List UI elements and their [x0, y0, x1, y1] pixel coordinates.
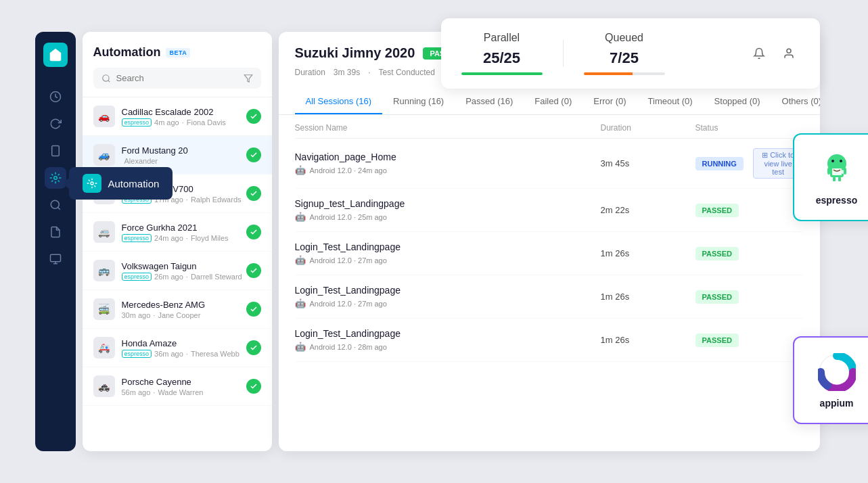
session-device: Android 12.0 · 27m ago [310, 256, 387, 264]
parallel-stat: Parallel 25/25 [461, 32, 543, 75]
status-badge: PASSED [695, 204, 739, 217]
device-avatar: 🚑 [93, 337, 115, 359]
device-tag: espresso [122, 234, 152, 242]
espresso-icon [817, 149, 857, 189]
device-avatar: 🚌 [93, 260, 115, 281]
meta-dot: · [186, 273, 188, 281]
session-cell: Login_Test_Landingpage 🤖 Android 12.0 · … [295, 285, 601, 308]
device-meta: espresso 4m ago · Fiona Davis [122, 118, 246, 127]
status-badge: PASSED [695, 290, 739, 304]
device-meta: espresso 36m ago · Theresa Webb [122, 350, 246, 358]
session-meta: 🤖 Android 12.0 · 27m ago [295, 255, 601, 265]
tab-stopped--0-[interactable]: Stopped (0) [704, 89, 771, 114]
search-input[interactable] [116, 73, 238, 83]
table-row[interactable]: Login_Test_Landingpage 🤖 Android 12.0 · … [295, 232, 804, 275]
notification-icon[interactable] [748, 43, 770, 64]
table-row[interactable]: Login_Test_Landingpage 🤖 Android 12.0 · … [295, 275, 804, 319]
user-icon[interactable] [778, 43, 800, 64]
device-name: Honda Amaze [122, 338, 246, 348]
device-name: Ford Mustang 20 [122, 145, 246, 156]
sidebar-item-inspect[interactable] [45, 194, 66, 216]
device-user: Alexander [124, 157, 158, 165]
device-time: 26m ago [154, 273, 183, 281]
sessions-tabs: All Sessions (16)Running (16)Passed (16)… [279, 89, 820, 115]
sidebar-item-history[interactable] [45, 113, 66, 135]
col-session: Session Name [295, 123, 601, 133]
tab-failed--0-[interactable]: Failed (0) [524, 89, 583, 114]
android-icon: 🤖 [295, 212, 306, 222]
table-row[interactable]: Login_Test_Landingpage 🤖 Android 12.0 · … [295, 319, 804, 362]
device-user: Ralph Edwards [191, 196, 242, 204]
sidebar-item-docs[interactable] [45, 221, 66, 243]
sidebar-item-automation[interactable] [45, 167, 66, 189]
sidebar-item-devices[interactable] [45, 140, 66, 162]
status-cell: PASSED [695, 247, 804, 260]
search-bar [93, 68, 261, 89]
session-duration: 3m 45s [601, 158, 695, 168]
status-check-icon [246, 302, 261, 317]
device-avatar: 🚐 [93, 221, 115, 243]
device-tag: espresso [122, 350, 152, 358]
android-icon: 🤖 [295, 298, 306, 308]
device-item[interactable]: 🚗 Cadillac Escalade 2002 espresso 4m ago… [83, 97, 272, 136]
table-row[interactable]: Signup_test_Landingpage 🤖 Android 12.0 ·… [295, 189, 804, 232]
device-avatar: 🚗 [93, 106, 115, 127]
android-icon: 🤖 [295, 342, 306, 352]
device-user: Floyd Miles [191, 234, 229, 242]
search-icon [101, 74, 111, 83]
queued-label: Queued [605, 32, 643, 44]
tooltip-label: Automation [108, 178, 160, 189]
device-info: Porsche Cayenne 56m ago · Wade Warren [122, 377, 246, 396]
tab-all-sessions--16-[interactable]: All Sessions (16) [295, 89, 383, 114]
tab-running--16-[interactable]: Running (16) [382, 89, 455, 114]
device-meta: espresso 24m ago · Floyd Miles [122, 234, 246, 242]
meta-dot: · [186, 350, 188, 358]
session-duration: 2m 22s [601, 205, 695, 215]
appium-card: appium [793, 336, 869, 424]
queued-value: 7/25 [610, 49, 639, 67]
device-item[interactable]: 🚐 Force Gurkha 2021 espresso 24m ago · F… [83, 213, 272, 252]
device-name: Porsche Cayenne [122, 377, 246, 387]
checkmark-icon [250, 112, 258, 120]
tab-timeout--0-[interactable]: Timeout (0) [637, 89, 704, 114]
queued-stat: Queued 7/25 [584, 32, 665, 75]
filter-button[interactable] [244, 74, 253, 83]
logo[interactable] [43, 43, 68, 67]
svg-rect-23 [842, 170, 844, 174]
appium-icon [817, 352, 857, 392]
tab-error--0-[interactable]: Error (0) [583, 89, 637, 114]
sidebar-item-files[interactable] [45, 248, 66, 270]
table-row[interactable]: Navigation_page_Home 🤖 Android 12.0 · 24… [295, 139, 804, 189]
device-item[interactable]: 🚑 Honda Amaze espresso 36m ago · Theresa… [83, 329, 272, 367]
session-duration: 1m 26s [601, 292, 695, 302]
device-avatar: 🚙 [93, 144, 115, 166]
device-info: Ford Mustang 20 Alexander [122, 145, 246, 165]
session-meta: 🤖 Android 12.0 · 28m ago [295, 342, 601, 352]
device-user: Darrell Steward [191, 273, 242, 281]
tab-passed--16-[interactable]: Passed (16) [455, 89, 524, 114]
session-duration: 1m 26s [601, 248, 695, 258]
device-info: Volkswagen Taigun espresso 26m ago · Dar… [122, 261, 246, 281]
svg-rect-22 [832, 168, 842, 175]
checkmark-icon [250, 382, 258, 390]
left-panel: Automation BETA 🚗 Cadillac Esca [83, 32, 272, 451]
device-item[interactable]: 🚌 Volkswagen Taigun espresso 26m ago · D… [83, 252, 272, 290]
status-check-icon [246, 186, 261, 201]
status-check-icon [246, 379, 261, 394]
svg-point-0 [787, 49, 791, 53]
session-meta: 🤖 Android 12.0 · 25m ago [295, 212, 601, 222]
appium-logo [818, 353, 856, 391]
espresso-card: espresso [793, 133, 869, 221]
device-item[interactable]: 🚎 Mercedes-Benz AMG 30m ago · Jane Coope… [83, 290, 272, 329]
appium-name: appium [820, 398, 854, 409]
meta-dot: · [186, 234, 188, 242]
device-time: 4m ago [154, 118, 179, 127]
panel-title: Automation [93, 45, 161, 60]
meta-dot: · [186, 196, 188, 204]
device-item[interactable]: 🚓 Porsche Cayenne 56m ago · Wade Warren [83, 367, 272, 406]
device-tag: espresso [122, 273, 152, 281]
tab-others--0-[interactable]: Others (0) [771, 89, 820, 114]
sidebar-item-speed[interactable] [45, 86, 66, 108]
device-meta: Alexander [122, 157, 246, 165]
session-device: Android 12.0 · 27m ago [310, 300, 387, 308]
